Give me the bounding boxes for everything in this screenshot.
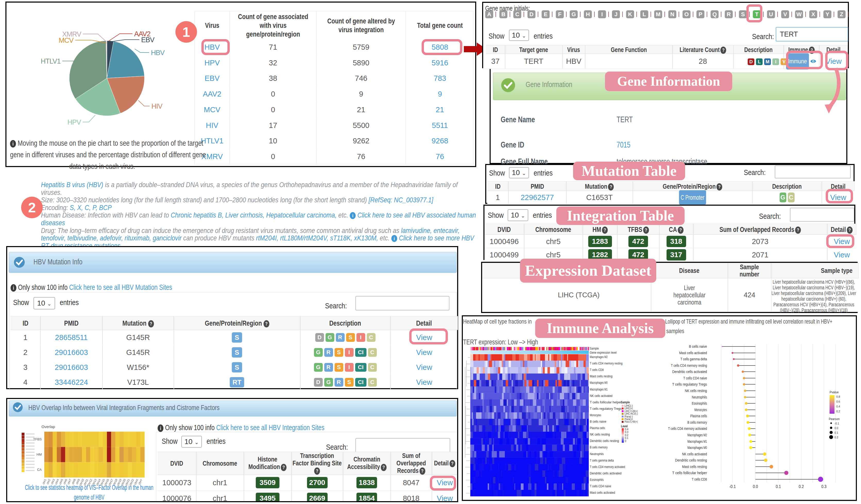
svg-text:Eosinophils: Eosinophils	[692, 401, 707, 405]
svg-text:Mast cells resting: Mast cells resting	[590, 375, 613, 378]
svg-text:Para(-): Para(-)	[625, 415, 633, 418]
svg-text:Plasma cells: Plasma cells	[690, 414, 707, 418]
svg-text:TFBS: TFBS	[33, 437, 42, 441]
svg-text:0.0: 0.0	[753, 485, 758, 489]
svg-text:0.8: 0.8	[836, 395, 840, 398]
svg-text:LIHC HCV(-): LIHC HCV(-)	[625, 412, 638, 415]
svg-text:Dendritic cells activated: Dendritic cells activated	[590, 472, 621, 475]
svg-text:Sample: Sample	[590, 347, 599, 350]
svg-text:Gene expression level: Gene expression level	[590, 351, 617, 354]
svg-text:NK cells activated: NK cells activated	[590, 394, 613, 398]
svg-text:HPV: HPV	[67, 118, 81, 126]
svg-text:HM: HM	[37, 452, 42, 457]
svg-text:Macrophages M0: Macrophages M0	[590, 381, 607, 384]
svg-text:0: 0	[625, 440, 626, 443]
svg-text:0.2: 0.2	[625, 434, 628, 436]
svg-text:T cells CD4 naive: T cells CD4 naive	[683, 376, 707, 380]
svg-text:0.1: 0.1	[834, 431, 838, 434]
svg-text:HTLV1: HTLV1	[41, 57, 60, 65]
svg-text:T cells follicular helper: T cells follicular helper	[590, 401, 621, 404]
svg-text:B cells memory: B cells memory	[590, 446, 607, 449]
svg-text:HBV: HBV	[151, 49, 165, 57]
svg-text:Mast cells activated: Mast cells activated	[590, 491, 615, 494]
svg-text:Dendritic cells resting: Dendritic cells resting	[675, 458, 707, 462]
svg-text:Macrophages M2: Macrophages M2	[687, 433, 707, 437]
svg-text:T cells CD8: T cells CD8	[590, 368, 604, 372]
svg-text:0.3: 0.3	[625, 431, 628, 433]
svg-text:T cells CD4 memory activated: T cells CD4 memory activated	[668, 426, 707, 431]
svg-text:-0.1: -0.1	[729, 485, 736, 489]
svg-text:B cells memory: B cells memory	[687, 420, 707, 424]
svg-text:T cells regulatory Tregs: T cells regulatory Tregs	[672, 382, 707, 386]
svg-text:Neutrophils: Neutrophils	[590, 452, 604, 456]
svg-text:Level: Level	[621, 424, 628, 428]
svg-text:T cells CD4 naive: T cells CD4 naive	[590, 485, 611, 488]
svg-text:Mast cells resting: Mast cells resting	[682, 464, 707, 469]
svg-text:MCV: MCV	[59, 37, 74, 44]
svg-text:EBV: EBV	[141, 36, 154, 44]
svg-text:NK cells resting: NK cells resting	[590, 433, 610, 436]
svg-text:T cells gamma delta: T cells gamma delta	[590, 459, 614, 462]
svg-text:Dendritic cells activated: Dendritic cells activated	[672, 369, 707, 374]
svg-text:Para C+B(+): Para C+B(+)	[625, 420, 638, 423]
svg-text:Overlap: Overlap	[41, 424, 55, 429]
svg-text:LIHC(-): LIHC(-)	[625, 404, 633, 407]
svg-text:0.0: 0.0	[834, 426, 838, 430]
svg-text:0.1: 0.1	[776, 485, 781, 489]
svg-text:0.6: 0.6	[836, 400, 840, 403]
svg-text:NK cells resting: NK cells resting	[685, 389, 707, 393]
svg-text:T cells CD4 memory activated: T cells CD4 memory activated	[590, 465, 625, 469]
svg-text:Monocytes: Monocytes	[590, 414, 601, 417]
svg-text:Plasma cells: Plasma cells	[590, 426, 605, 430]
svg-text:T cells CD4 memory resting: T cells CD4 memory resting	[590, 362, 623, 365]
svg-text:Macrophages M1: Macrophages M1	[590, 388, 607, 391]
svg-text:Macrophages M1: Macrophages M1	[687, 439, 707, 444]
svg-text:Dendritic cells resting: Dendritic cells resting	[590, 439, 619, 443]
svg-text:LIHC(+): LIHC(+)	[625, 407, 633, 410]
svg-text:Pearson: Pearson	[829, 417, 839, 421]
svg-text:0.1: 0.1	[625, 436, 628, 439]
svg-text:T cells CD4 memory resting: T cells CD4 memory resting	[671, 363, 707, 367]
svg-text:Mast cells activated: Mast cells activated	[679, 351, 707, 355]
svg-text:0.2: 0.2	[836, 410, 840, 413]
svg-text:T cells follicular helper: T cells follicular helper	[672, 471, 707, 475]
svg-text:T cells CD8: T cells CD8	[692, 477, 707, 481]
svg-text:Monocytes: Monocytes	[694, 407, 707, 412]
svg-text:CA: CA	[37, 468, 42, 472]
svg-text:Para(+): Para(+)	[625, 418, 633, 421]
svg-text:0.2: 0.2	[834, 436, 838, 439]
svg-text:0.4: 0.4	[625, 428, 628, 431]
svg-text:-0.1: -0.1	[834, 422, 839, 425]
svg-text:T cells gamma delta: T cells gamma delta	[681, 357, 707, 361]
svg-text:Macrophages M2: Macrophages M2	[590, 355, 607, 359]
svg-text:T cells regulatory Tregs: T cells regulatory Tregs	[590, 407, 621, 410]
svg-text:Pvalue: Pvalue	[830, 390, 838, 394]
svg-text:B cells naive: B cells naive	[590, 420, 606, 423]
svg-text:0.4: 0.4	[836, 405, 840, 408]
svg-text:HIV: HIV	[151, 102, 163, 110]
svg-text:Eosinophils: Eosinophils	[590, 478, 604, 481]
svg-text:NK cells activated: NK cells activated	[682, 452, 707, 456]
svg-text:Sample: Sample	[621, 401, 630, 404]
svg-text:Macrophages M0: Macrophages M0	[687, 445, 707, 450]
svg-text:B cells naive: B cells naive	[689, 344, 707, 349]
svg-text:0.3: 0.3	[821, 485, 826, 489]
svg-text:Neutrophils: Neutrophils	[692, 395, 707, 399]
svg-text:0.2: 0.2	[799, 485, 804, 489]
svg-text:LIHC C+B(+): LIHC C+B(+)	[625, 410, 638, 412]
